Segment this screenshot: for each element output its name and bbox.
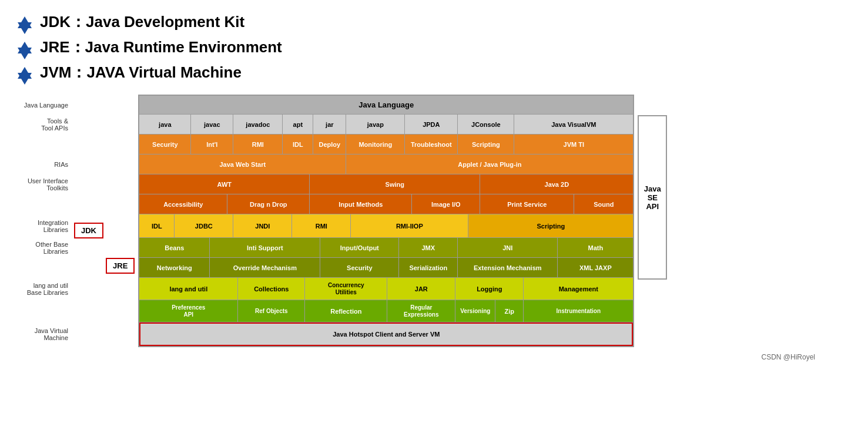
row-lang-top: lang and util Collections ConcurrencyUti… bbox=[139, 278, 633, 300]
cell-idl: IDL bbox=[283, 135, 313, 154]
cell-serialization: Serialization bbox=[399, 258, 458, 277]
cell-jmx: JMX bbox=[399, 238, 458, 257]
header-text-jre: JRE：Java Runtime Environment bbox=[40, 37, 282, 58]
row-label-other2 bbox=[18, 258, 71, 278]
cell-apt: apt bbox=[283, 115, 313, 134]
header-text-jvm: JVM：JAVA Virtual Machine bbox=[40, 62, 242, 83]
row-rias: Java Web Start Applet / Java Plug-in bbox=[139, 154, 633, 174]
row-label-java-language: Java Language bbox=[18, 96, 71, 115]
cell-instrumentation: Instrumentation bbox=[524, 300, 633, 322]
cell-security: Security bbox=[139, 135, 191, 154]
cell-image-io: Image I/O bbox=[412, 194, 480, 214]
header-item-jvm: JVM：JAVA Virtual Machine bbox=[18, 62, 850, 83]
row-integration: IDL JDBC JNDI RMI RMI-IIOP Scripting bbox=[139, 214, 633, 238]
row-label-jvm: Java VirtualMachine bbox=[18, 322, 71, 346]
row-label-lang2 bbox=[18, 300, 71, 322]
cell-input-methods: Input Methods bbox=[310, 194, 412, 214]
row-other-top: Beans Inti Support Input/Output JMX JNI … bbox=[139, 238, 633, 258]
cell-inti-support: Inti Support bbox=[210, 238, 320, 257]
cell-scripting-int: Scripting bbox=[468, 214, 633, 237]
row-label-tools2 bbox=[18, 135, 71, 154]
header-items: JDK：Java Development Kit JRE：Java Runtim… bbox=[18, 12, 850, 83]
diamond-icon-jre bbox=[18, 42, 32, 53]
jre-label-box: JRE bbox=[106, 258, 135, 274]
cell-beans: Beans bbox=[139, 238, 210, 257]
cell-jpda: JPDA bbox=[405, 115, 458, 134]
cell-collections: Collections bbox=[238, 278, 305, 300]
cell-xml-jaxp: XML JAXP bbox=[558, 258, 633, 277]
cell-java-language: Java Language bbox=[139, 96, 633, 114]
cell-java-visualvm: Java VisualVM bbox=[514, 115, 633, 134]
java-se-api-label: JavaSEAPI bbox=[638, 115, 667, 280]
row-lang-bottom: PreferencesAPI Ref Objects Reflection Re… bbox=[139, 300, 633, 322]
cell-monitoring: Monitoring bbox=[346, 135, 405, 154]
cell-regular-expressions: RegularExpressions bbox=[387, 300, 455, 322]
cell-extension-mechanism: Extension Mechanism bbox=[458, 258, 558, 277]
cell-input-output: Input/Output bbox=[320, 238, 399, 257]
cell-javap: javap bbox=[346, 115, 405, 134]
row-label-tools: Tools &Tool APIs bbox=[18, 115, 71, 135]
cell-rmi-iiop: RMI-IIOP bbox=[351, 214, 468, 237]
cell-management: Management bbox=[524, 278, 633, 300]
cell-ref-objects: Ref Objects bbox=[238, 300, 305, 322]
cell-networking: Networking bbox=[139, 258, 210, 277]
cell-intl: Int'l bbox=[191, 135, 233, 154]
cell-override-mechanism: Override Mechanism bbox=[210, 258, 320, 277]
cell-versioning: Versioning bbox=[455, 300, 495, 322]
row-other-bottom: Networking Override Mechanism Security S… bbox=[139, 258, 633, 278]
row-label-rias: RIAs bbox=[18, 154, 71, 174]
cell-jvm-main: Java Hotspot Client and Server VM bbox=[139, 322, 633, 346]
cell-lang-util: lang and util bbox=[139, 278, 238, 300]
cell-deploy: Deploy bbox=[313, 135, 346, 154]
cell-drag-drop: Drag n Drop bbox=[227, 194, 310, 214]
row-label-other1: Other BaseLibraries bbox=[18, 238, 71, 258]
cell-rmi-int: RMI bbox=[292, 214, 351, 237]
row-tools-top: java javac javadoc apt jar javap JPDA JC… bbox=[139, 115, 633, 135]
cell-accessibility: Accessibility bbox=[139, 194, 227, 214]
diamond-icon-jvm bbox=[18, 67, 32, 79]
cell-javac: javac bbox=[191, 115, 233, 134]
row-ui-bottom: Accessibility Drag n Drop Input Methods … bbox=[139, 194, 633, 214]
cell-javadoc: javadoc bbox=[233, 115, 283, 134]
row-ui-top: AWT Swing Java 2D bbox=[139, 174, 633, 194]
header-text-jdk: JDK：Java Development Kit bbox=[40, 12, 244, 32]
cell-preferences-api: PreferencesAPI bbox=[139, 300, 238, 322]
row-label-ui1: User InterfaceToolkits bbox=[18, 174, 71, 194]
diagram-grid: Java Language java javac javadoc apt jar… bbox=[138, 95, 634, 347]
diagram-container: Java Language Tools &Tool APIs RIAs User… bbox=[18, 95, 850, 347]
cell-jni: JNI bbox=[458, 238, 558, 257]
cell-jvm-ti: JVM TI bbox=[514, 135, 633, 154]
cell-security-base: Security bbox=[320, 258, 399, 277]
cell-idl-int: IDL bbox=[139, 214, 175, 237]
diamond-icon-jdk bbox=[18, 16, 32, 28]
cell-reflection: Reflection bbox=[305, 300, 387, 322]
cell-math: Math bbox=[558, 238, 633, 257]
cell-applet: Applet / Java Plug-in bbox=[346, 154, 633, 174]
cell-concurrency: ConcurrencyUtilities bbox=[305, 278, 387, 300]
cell-logging: Logging bbox=[455, 278, 524, 300]
header-item-jdk: JDK：Java Development Kit bbox=[18, 12, 850, 32]
cell-jar: JAR bbox=[387, 278, 455, 300]
cell-jar: jar bbox=[313, 115, 346, 134]
row-label-ui2 bbox=[18, 194, 71, 214]
cell-troubleshoot: Troubleshoot bbox=[405, 135, 458, 154]
cell-awt: AWT bbox=[139, 174, 310, 194]
row-label-integration: IntegrationLibraries bbox=[18, 214, 71, 238]
java-se-api-text: JavaSEAPI bbox=[644, 184, 661, 211]
cell-sound: Sound bbox=[574, 194, 633, 214]
cell-jconsole: JConsole bbox=[458, 115, 514, 134]
row-labels: Java Language Tools &Tool APIs RIAs User… bbox=[18, 95, 71, 346]
row-label-lang1: lang and utilBase Libraries bbox=[18, 278, 71, 300]
row-java-language: Java Language bbox=[139, 96, 633, 115]
watermark: CSDN @HiRoyel bbox=[18, 353, 850, 361]
cell-jdbc: JDBC bbox=[175, 214, 233, 237]
header-item-jre: JRE：Java Runtime Environment bbox=[18, 37, 850, 58]
cell-java2d: Java 2D bbox=[480, 174, 633, 194]
cell-print-service: Print Service bbox=[480, 194, 574, 214]
cell-scripting-tools: Scripting bbox=[458, 135, 514, 154]
cell-swing: Swing bbox=[310, 174, 480, 194]
row-tools-bottom: Security Int'l RMI IDL Deploy Monitoring… bbox=[139, 135, 633, 154]
row-jvm: Java Hotspot Client and Server VM bbox=[139, 322, 633, 346]
jdk-label-box: JDK bbox=[74, 223, 103, 238]
cell-rmi: RMI bbox=[233, 135, 283, 154]
